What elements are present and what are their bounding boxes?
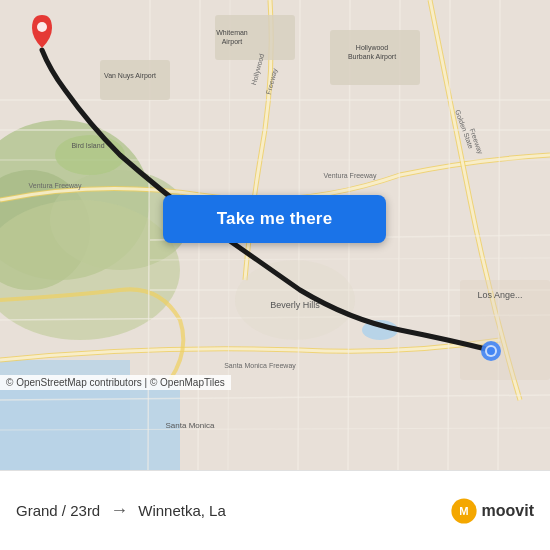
- svg-text:Santa Monica Freeway: Santa Monica Freeway: [224, 362, 296, 370]
- destination-label: Winnetka, La: [138, 502, 226, 519]
- svg-text:M: M: [459, 505, 468, 517]
- moovit-brand-text: moovit: [482, 502, 534, 520]
- moovit-logo: M moovit: [444, 497, 534, 525]
- svg-rect-26: [100, 60, 170, 100]
- svg-text:Ventura Freeway: Ventura Freeway: [324, 172, 377, 180]
- svg-text:Ventura Freeway: Ventura Freeway: [29, 182, 82, 190]
- svg-rect-6: [0, 360, 130, 470]
- svg-text:Beverly Hills: Beverly Hills: [270, 300, 320, 310]
- route-info: Grand / 23rd → Winnetka, La: [16, 500, 444, 521]
- svg-text:Airport: Airport: [222, 38, 243, 46]
- svg-text:Van Nuys Airport: Van Nuys Airport: [104, 72, 156, 80]
- svg-text:Whiteman: Whiteman: [216, 29, 248, 36]
- svg-text:Santa Monica: Santa Monica: [166, 421, 215, 430]
- svg-point-49: [487, 347, 495, 355]
- svg-text:Bird Island: Bird Island: [71, 142, 104, 149]
- svg-point-28: [55, 135, 125, 175]
- svg-point-50: [37, 22, 47, 32]
- svg-text:Hollywood: Hollywood: [356, 44, 388, 52]
- arrow-icon: →: [110, 500, 128, 521]
- svg-text:Burbank Airport: Burbank Airport: [348, 53, 396, 61]
- origin-label: Grand / 23rd: [16, 502, 100, 519]
- take-me-there-button[interactable]: Take me there: [163, 195, 386, 243]
- map-container: Whiteman Airport Van Nuys Airport Hollyw…: [0, 0, 550, 470]
- info-bar: Grand / 23rd → Winnetka, La M moovit: [0, 470, 550, 550]
- svg-text:Los Ange...: Los Ange...: [477, 290, 522, 300]
- moovit-logo-icon: M: [450, 497, 478, 525]
